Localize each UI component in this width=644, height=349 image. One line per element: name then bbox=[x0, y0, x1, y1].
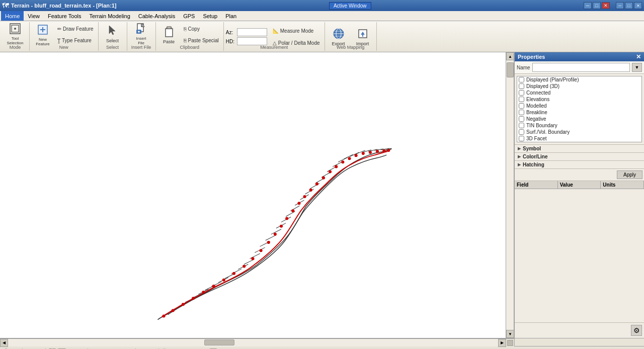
measure-mode-button[interactable]: 📐 Measure Mode bbox=[270, 25, 323, 36]
menu-terrain-modeling[interactable]: Terrain Modeling bbox=[85, 11, 134, 21]
az-input[interactable] bbox=[237, 28, 267, 36]
restore-button[interactable]: □ bbox=[593, 2, 601, 9]
draw-feature-icon: ✏ bbox=[57, 26, 61, 32]
apply-button[interactable]: Apply bbox=[617, 170, 642, 179]
menu-view[interactable]: View bbox=[24, 11, 44, 21]
svg-point-73 bbox=[260, 249, 263, 252]
filter-modelled[interactable]: Modelled bbox=[517, 103, 641, 109]
toolbar-group-webmapping: Export Import Web Mapping bbox=[325, 22, 377, 51]
hd-input[interactable] bbox=[237, 37, 267, 45]
filter-displayed-plan-checkbox[interactable] bbox=[519, 77, 524, 82]
filter-tin-boundary-checkbox[interactable] bbox=[519, 123, 524, 128]
svg-point-65 bbox=[182, 303, 185, 306]
active-window-badge: Active Window bbox=[329, 2, 371, 10]
properties-settings-button[interactable]: ⚙ bbox=[631, 325, 642, 336]
inner-minimize-button[interactable]: ─ bbox=[616, 2, 624, 9]
menu-plan[interactable]: Plan bbox=[221, 11, 240, 21]
filter-surf-vol-boundary-checkbox[interactable] bbox=[519, 129, 524, 135]
svg-line-52 bbox=[327, 166, 336, 171]
az-label: Az: bbox=[226, 30, 236, 35]
svg-point-67 bbox=[202, 291, 205, 294]
svg-line-40 bbox=[266, 235, 276, 240]
title-bar: 🗺 Terrain - bluff_road_terrain.tex - [Pl… bbox=[0, 0, 644, 11]
svg-point-74 bbox=[267, 241, 270, 244]
horizontal-scrollbar[interactable]: ◀ ▶ bbox=[0, 338, 514, 346]
paste-label: Paste bbox=[163, 40, 175, 45]
filter-negative-checkbox[interactable] bbox=[519, 116, 524, 122]
type-feature-button[interactable]: Ṯ Type Feature bbox=[55, 35, 96, 46]
name-dropdown-button[interactable]: ▼ bbox=[632, 63, 642, 72]
svg-point-83 bbox=[322, 177, 325, 180]
title-text: Terrain - bluff_road_terrain.tex - [Plan… bbox=[11, 3, 116, 9]
paste-special-icon: ⎘ bbox=[184, 38, 187, 43]
svg-point-75 bbox=[274, 233, 277, 236]
svg-point-84 bbox=[329, 170, 332, 173]
colorline-section[interactable]: ▶ Color/Line bbox=[515, 152, 644, 160]
inner-restore-button[interactable]: □ bbox=[625, 2, 633, 9]
hscroll-track[interactable] bbox=[8, 339, 498, 346]
menu-home[interactable]: Home bbox=[1, 11, 24, 21]
properties-close-button[interactable]: ✕ bbox=[636, 53, 641, 60]
menu-setup[interactable]: Setup bbox=[199, 11, 221, 21]
svg-point-72 bbox=[251, 257, 254, 260]
hscroll-thumb[interactable] bbox=[204, 339, 234, 345]
field-col-header: Field bbox=[515, 181, 558, 189]
scroll-up-arrow[interactable]: ▲ bbox=[506, 52, 514, 60]
export-icon bbox=[333, 28, 345, 41]
canvas-vscroll[interactable]: ▲ ▼ bbox=[506, 52, 514, 338]
svg-line-37 bbox=[250, 253, 260, 258]
select-group-label: Select bbox=[99, 45, 127, 50]
menu-cable-analysis[interactable]: Cable-Analysis bbox=[134, 11, 179, 21]
copy-button[interactable]: ⎘ Copy bbox=[181, 23, 221, 34]
paste-special-button[interactable]: ⎘ Paste Special bbox=[181, 35, 221, 46]
symbol-section[interactable]: ▶ Symbol bbox=[515, 144, 644, 152]
insert-file-label: InsertFile bbox=[136, 37, 146, 46]
filter-tin-boundary[interactable]: TIN Boundary bbox=[517, 122, 641, 129]
colorline-label: Color/Line bbox=[523, 154, 547, 159]
filter-modelled-checkbox[interactable] bbox=[519, 103, 524, 109]
filter-connected[interactable]: Connected bbox=[517, 90, 641, 96]
svg-point-80 bbox=[303, 195, 306, 198]
filter-connected-checkbox[interactable] bbox=[519, 90, 524, 96]
hscroll-left-arrow[interactable]: ◀ bbox=[0, 339, 8, 347]
minimize-button[interactable]: ─ bbox=[584, 2, 592, 9]
tool-selection-label: ToolSelection bbox=[7, 37, 24, 46]
filter-surf-vol-boundary[interactable]: Surf./Vol. Boundary bbox=[517, 129, 641, 135]
svg-point-81 bbox=[309, 189, 312, 192]
filter-displayed-plan[interactable]: Displayed (Plan/Profile) bbox=[517, 76, 641, 83]
filter-elevations[interactable]: Elevations bbox=[517, 96, 641, 103]
hscroll-center-indicator bbox=[507, 340, 513, 346]
draw-feature-button[interactable]: ✏ Draw Feature bbox=[55, 23, 96, 34]
value-col-header: Value bbox=[558, 181, 601, 189]
menu-gps[interactable]: GPS bbox=[179, 11, 199, 21]
measurement-group-label: Measurement bbox=[224, 45, 325, 50]
select-label: Select bbox=[106, 39, 119, 44]
terrain-drawing bbox=[0, 52, 514, 338]
hatching-section[interactable]: ▶ Hatching bbox=[515, 160, 644, 168]
canvas-area[interactable]: ▲ ▼ bbox=[0, 52, 514, 338]
filter-displayed-3d-checkbox[interactable] bbox=[519, 83, 524, 89]
name-input[interactable] bbox=[532, 63, 630, 72]
filter-3d-facet[interactable]: 3D Facet bbox=[517, 135, 641, 142]
svg-point-2 bbox=[14, 28, 16, 30]
close-button[interactable]: ✕ bbox=[602, 2, 610, 9]
hscroll-right-arrow[interactable]: ▶ bbox=[498, 339, 506, 347]
menu-bar: Home View Feature Tools Terrain Modeling… bbox=[0, 11, 644, 21]
filter-breakline[interactable]: Breakline bbox=[517, 109, 641, 116]
filter-breakline-checkbox[interactable] bbox=[519, 110, 524, 115]
toolbar: ToolSelection Mode NewFeature ✏ Draw Fea… bbox=[0, 21, 644, 52]
svg-point-64 bbox=[172, 309, 175, 312]
main-area: ▲ ▼ Properties ✕ Name ▼ Displayed (Plan/… bbox=[0, 52, 644, 338]
new-feature-button[interactable]: NewFeature bbox=[32, 23, 54, 47]
paste-button[interactable]: Paste bbox=[158, 23, 180, 47]
menu-feature-tools[interactable]: Feature Tools bbox=[44, 11, 85, 21]
filter-elevations-checkbox[interactable] bbox=[519, 97, 524, 102]
inner-close-button[interactable]: ✕ bbox=[634, 2, 642, 9]
gear-icon: ⚙ bbox=[633, 326, 640, 334]
scroll-down-arrow[interactable]: ▼ bbox=[506, 330, 514, 338]
colorline-arrow: ▶ bbox=[518, 154, 521, 159]
filter-negative[interactable]: Negative bbox=[517, 116, 641, 122]
filter-3d-facet-checkbox[interactable] bbox=[519, 136, 524, 141]
filter-displayed-3d[interactable]: Displayed (3D) bbox=[517, 83, 641, 90]
name-label: Name bbox=[517, 65, 530, 70]
